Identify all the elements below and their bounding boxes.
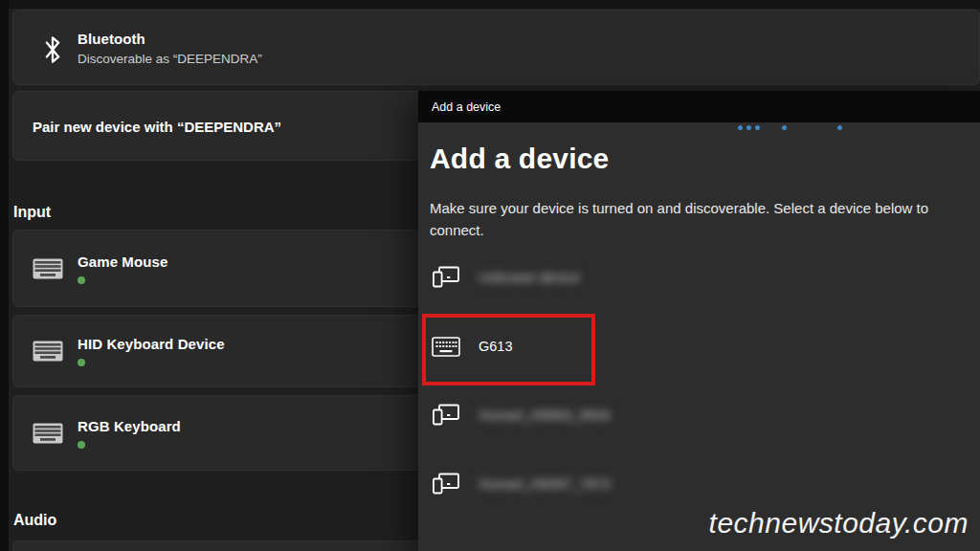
dialog-description: Make sure your device is turned on and d…: [430, 197, 970, 242]
watermark-text: technewstoday.com: [709, 507, 969, 540]
phone-monitor-icon: [432, 402, 460, 429]
device-name: Game Mouse: [78, 253, 167, 270]
device-name: RGB Keyboard: [78, 418, 181, 434]
pair-new-device-label: Pair new device with “DEEPENDRA”: [33, 118, 281, 134]
dialog-window-title: Add a device: [432, 100, 501, 114]
bluetooth-row-title: Bluetooth: [78, 31, 262, 47]
status-dot-connected: [78, 441, 85, 449]
device-label-blurred: Xomart_H6963_9504: [479, 408, 611, 423]
device-name: HID Keyboard Device: [78, 336, 225, 352]
window-left-edge: [0, 0, 9, 551]
discovered-device-row[interactable]: Unknown device: [418, 243, 980, 312]
device-label-blurred: Xomart_H6097_7873: [479, 476, 611, 492]
bluetooth-icon: [42, 33, 63, 66]
keyboard-icon: [33, 422, 63, 445]
input-section-header: Input: [13, 204, 51, 221]
bluetooth-row-subtitle: Discoverable as “DEEPENDRA”: [78, 52, 262, 66]
dialog-heading: Add a device: [430, 143, 609, 175]
phone-monitor-icon: [432, 264, 460, 291]
window-top-edge: [0, 0, 980, 9]
discovered-device-row[interactable]: Xomart_H6963_9504: [418, 381, 980, 450]
status-dot-connected: [78, 359, 85, 366]
status-dot-connected: [78, 276, 85, 284]
device-label-blurred: Unknown device: [479, 270, 580, 285]
dialog-titlebar[interactable]: Add a device: [418, 91, 980, 122]
red-highlight-box: [422, 314, 595, 386]
bluetooth-settings-row[interactable]: Bluetooth Discoverable as “DEEPENDRA”: [12, 10, 980, 85]
keyboard-icon: [33, 257, 63, 280]
progress-dots-indicator: [418, 123, 980, 131]
keyboard-icon: [33, 340, 63, 363]
audio-section-header: Audio: [13, 512, 56, 529]
phone-monitor-icon: [432, 471, 460, 497]
